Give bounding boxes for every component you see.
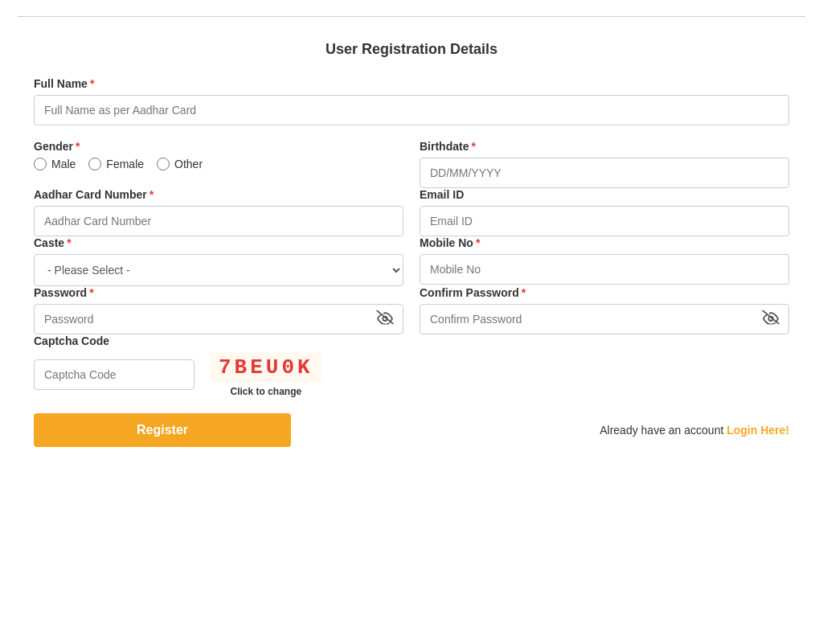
gender-male-option[interactable]: Male bbox=[34, 158, 76, 170]
aadhar-email-row: Aadhar Card Number* Email ID bbox=[34, 188, 789, 236]
confirm-password-input[interactable] bbox=[420, 304, 789, 334]
captcha-group: Captcha Code 7BEU0K Click to change bbox=[34, 334, 789, 397]
captcha-row: 7BEU0K Click to change bbox=[34, 352, 789, 397]
confirm-password-group: Confirm Password* bbox=[420, 286, 789, 334]
password-wrapper bbox=[34, 304, 403, 334]
login-here-link[interactable]: Login Here! bbox=[727, 424, 789, 437]
gender-female-radio[interactable] bbox=[88, 158, 101, 170]
mobile-group: Mobile No* bbox=[420, 236, 789, 286]
password-label: Password* bbox=[34, 286, 403, 299]
caste-mobile-row: Caste* - Please Select - General OBC SC … bbox=[34, 236, 789, 286]
svg-point-1 bbox=[768, 317, 772, 321]
full-name-group: Full Name* bbox=[34, 77, 789, 125]
aadhar-group: Aadhar Card Number* bbox=[34, 188, 403, 236]
gender-other-radio[interactable] bbox=[157, 158, 170, 170]
email-group: Email ID bbox=[420, 188, 789, 236]
mobile-label: Mobile No* bbox=[420, 236, 789, 249]
captcha-input-wrap bbox=[34, 359, 194, 390]
caste-select[interactable]: - Please Select - General OBC SC ST bbox=[34, 254, 403, 286]
caste-group: Caste* - Please Select - General OBC SC … bbox=[34, 236, 403, 286]
captcha-display[interactable]: 7BEU0K Click to change bbox=[211, 352, 321, 397]
birthdate-input[interactable] bbox=[420, 158, 789, 188]
aadhar-input[interactable] bbox=[34, 206, 403, 236]
gender-radio-group: Male Female Other bbox=[34, 158, 403, 170]
register-button[interactable]: Register bbox=[34, 413, 291, 447]
form-bottom-row: Register Already have an account Login H… bbox=[34, 413, 789, 447]
password-input[interactable] bbox=[34, 304, 403, 334]
gender-female-option[interactable]: Female bbox=[88, 158, 144, 170]
captcha-change-button[interactable]: Click to change bbox=[230, 386, 301, 397]
password-toggle-icon[interactable] bbox=[376, 310, 394, 329]
captcha-input[interactable] bbox=[34, 359, 194, 390]
birthdate-label: Birthdate* bbox=[420, 140, 789, 153]
gender-other-option[interactable]: Other bbox=[157, 158, 203, 170]
email-label: Email ID bbox=[420, 188, 789, 201]
password-row: Password* Confirm Password* bbox=[34, 286, 789, 334]
svg-point-0 bbox=[383, 317, 387, 321]
email-input[interactable] bbox=[420, 206, 789, 236]
caste-label: Caste* bbox=[34, 236, 403, 249]
confirm-password-wrapper bbox=[420, 304, 789, 334]
captcha-image: 7BEU0K bbox=[211, 352, 321, 383]
full-name-input[interactable] bbox=[34, 95, 789, 125]
gender-group: Gender* Male Female Other bbox=[34, 140, 403, 188]
login-prompt-area: Already have an account Login Here! bbox=[600, 424, 789, 437]
full-name-label: Full Name* bbox=[34, 77, 789, 90]
birthdate-group: Birthdate* bbox=[420, 140, 789, 188]
confirm-password-toggle-icon[interactable] bbox=[762, 310, 780, 329]
mobile-input[interactable] bbox=[420, 254, 789, 285]
confirm-password-label: Confirm Password* bbox=[420, 286, 789, 299]
gender-male-radio[interactable] bbox=[34, 158, 47, 170]
password-group: Password* bbox=[34, 286, 403, 334]
gender-birthdate-row: Gender* Male Female Other Birthdate* bbox=[34, 140, 789, 188]
registration-form: User Registration Details Full Name* Gen… bbox=[18, 16, 805, 471]
captcha-label: Captcha Code bbox=[34, 334, 789, 347]
form-title: User Registration Details bbox=[34, 33, 789, 58]
gender-label: Gender* bbox=[34, 140, 403, 153]
aadhar-label: Aadhar Card Number* bbox=[34, 188, 403, 201]
